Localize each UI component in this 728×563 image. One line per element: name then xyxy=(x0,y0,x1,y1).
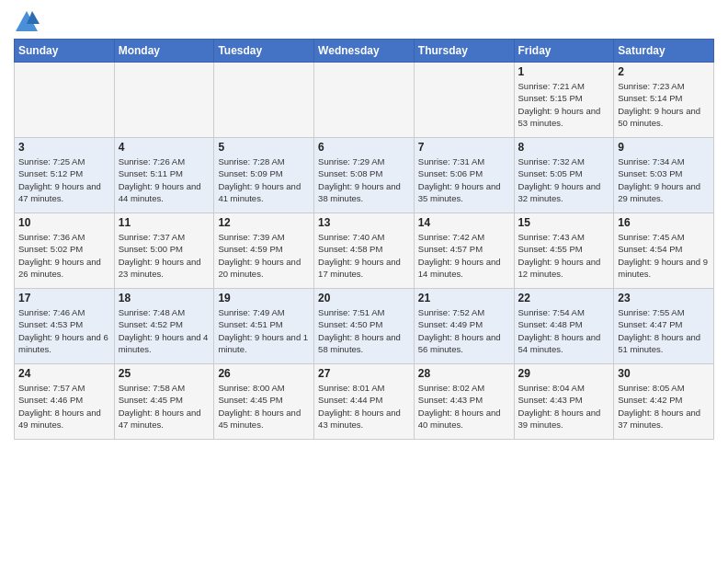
calendar-cell: 11Sunrise: 7:37 AM Sunset: 5:00 PM Dayli… xyxy=(114,213,214,289)
day-number: 4 xyxy=(119,141,210,154)
calendar-cell: 25Sunrise: 7:58 AM Sunset: 4:45 PM Dayli… xyxy=(114,364,214,440)
day-number: 17 xyxy=(18,292,110,304)
day-number: 3 xyxy=(18,141,110,154)
calendar-cell: 19Sunrise: 7:49 AM Sunset: 4:51 PM Dayli… xyxy=(214,289,314,364)
calendar-cell: 17Sunrise: 7:46 AM Sunset: 4:53 PM Dayli… xyxy=(15,289,115,364)
calendar-cell xyxy=(114,63,214,138)
day-number: 27 xyxy=(318,367,410,380)
day-info: Sunrise: 7:45 AM Sunset: 4:54 PM Dayligh… xyxy=(618,231,710,280)
weekday-header-tuesday: Tuesday xyxy=(214,40,314,63)
day-number: 24 xyxy=(18,367,110,380)
day-info: Sunrise: 7:57 AM Sunset: 4:46 PM Dayligh… xyxy=(18,382,110,431)
calendar-cell xyxy=(314,63,415,138)
calendar-cell: 4Sunrise: 7:26 AM Sunset: 5:11 PM Daylig… xyxy=(114,138,214,213)
day-number: 28 xyxy=(418,367,510,380)
day-info: Sunrise: 7:37 AM Sunset: 5:00 PM Dayligh… xyxy=(119,231,210,280)
calendar-cell xyxy=(15,63,115,138)
weekday-header-sunday: Sunday xyxy=(15,40,115,63)
day-number: 25 xyxy=(119,367,210,380)
calendar-cell: 22Sunrise: 7:54 AM Sunset: 4:48 PM Dayli… xyxy=(514,289,614,364)
calendar-cell xyxy=(414,63,514,138)
weekday-header-saturday: Saturday xyxy=(614,40,714,63)
day-info: Sunrise: 7:34 AM Sunset: 5:03 PM Dayligh… xyxy=(618,155,710,204)
calendar-cell: 7Sunrise: 7:31 AM Sunset: 5:06 PM Daylig… xyxy=(414,138,514,213)
calendar-cell: 26Sunrise: 8:00 AM Sunset: 4:45 PM Dayli… xyxy=(214,364,314,440)
day-number: 10 xyxy=(18,216,110,229)
day-number: 19 xyxy=(218,292,310,304)
day-number: 11 xyxy=(119,216,210,229)
day-info: Sunrise: 7:28 AM Sunset: 5:09 PM Dayligh… xyxy=(218,155,310,204)
day-number: 12 xyxy=(218,216,310,229)
calendar-cell: 30Sunrise: 8:05 AM Sunset: 4:42 PM Dayli… xyxy=(614,364,714,440)
calendar-cell: 18Sunrise: 7:48 AM Sunset: 4:52 PM Dayli… xyxy=(114,289,214,364)
day-number: 9 xyxy=(618,141,710,154)
day-number: 8 xyxy=(518,141,610,154)
day-info: Sunrise: 8:04 AM Sunset: 4:43 PM Dayligh… xyxy=(518,382,610,431)
day-info: Sunrise: 7:31 AM Sunset: 5:06 PM Dayligh… xyxy=(418,155,510,204)
calendar-cell: 27Sunrise: 8:01 AM Sunset: 4:44 PM Dayli… xyxy=(314,364,415,440)
calendar-cell: 3Sunrise: 7:25 AM Sunset: 5:12 PM Daylig… xyxy=(15,138,115,213)
calendar-cell: 9Sunrise: 7:34 AM Sunset: 5:03 PM Daylig… xyxy=(614,138,714,213)
day-info: Sunrise: 7:43 AM Sunset: 4:55 PM Dayligh… xyxy=(518,231,610,280)
day-number: 29 xyxy=(518,367,610,380)
day-number: 1 xyxy=(518,65,610,78)
day-info: Sunrise: 7:29 AM Sunset: 5:08 PM Dayligh… xyxy=(318,155,410,204)
day-number: 7 xyxy=(418,141,510,154)
calendar-cell xyxy=(214,63,314,138)
calendar-cell: 6Sunrise: 7:29 AM Sunset: 5:08 PM Daylig… xyxy=(314,138,415,213)
day-number: 30 xyxy=(618,367,710,380)
calendar-cell: 16Sunrise: 7:45 AM Sunset: 4:54 PM Dayli… xyxy=(614,213,714,289)
day-info: Sunrise: 7:52 AM Sunset: 4:49 PM Dayligh… xyxy=(418,306,510,355)
day-info: Sunrise: 7:23 AM Sunset: 5:14 PM Dayligh… xyxy=(618,80,710,129)
day-number: 23 xyxy=(618,292,710,304)
day-info: Sunrise: 7:46 AM Sunset: 4:53 PM Dayligh… xyxy=(18,306,110,355)
day-number: 6 xyxy=(318,141,410,154)
day-number: 14 xyxy=(418,216,510,229)
weekday-header-friday: Friday xyxy=(514,40,614,63)
calendar-cell: 12Sunrise: 7:39 AM Sunset: 4:59 PM Dayli… xyxy=(214,213,314,289)
day-info: Sunrise: 7:40 AM Sunset: 4:58 PM Dayligh… xyxy=(318,231,410,280)
day-number: 18 xyxy=(119,292,210,304)
day-number: 26 xyxy=(218,367,310,380)
calendar-table: SundayMondayTuesdayWednesdayThursdayFrid… xyxy=(14,39,714,440)
calendar-cell: 10Sunrise: 7:36 AM Sunset: 5:02 PM Dayli… xyxy=(15,213,115,289)
day-number: 20 xyxy=(318,292,410,304)
day-info: Sunrise: 8:01 AM Sunset: 4:44 PM Dayligh… xyxy=(318,382,410,431)
day-number: 22 xyxy=(518,292,610,304)
weekday-header-thursday: Thursday xyxy=(414,40,514,63)
day-number: 21 xyxy=(418,292,510,304)
calendar-cell: 13Sunrise: 7:40 AM Sunset: 4:58 PM Dayli… xyxy=(314,213,415,289)
day-number: 2 xyxy=(618,65,710,78)
calendar-cell: 1Sunrise: 7:21 AM Sunset: 5:15 PM Daylig… xyxy=(514,63,614,138)
calendar-cell: 8Sunrise: 7:32 AM Sunset: 5:05 PM Daylig… xyxy=(514,138,614,213)
logo xyxy=(14,9,43,35)
weekday-header-monday: Monday xyxy=(114,40,214,63)
day-info: Sunrise: 7:32 AM Sunset: 5:05 PM Dayligh… xyxy=(518,155,610,204)
day-number: 5 xyxy=(218,141,310,154)
logo-icon xyxy=(14,9,40,35)
calendar-cell: 2Sunrise: 7:23 AM Sunset: 5:14 PM Daylig… xyxy=(614,63,714,138)
day-info: Sunrise: 7:39 AM Sunset: 4:59 PM Dayligh… xyxy=(218,231,310,280)
calendar-cell: 21Sunrise: 7:52 AM Sunset: 4:49 PM Dayli… xyxy=(414,289,514,364)
day-info: Sunrise: 7:58 AM Sunset: 4:45 PM Dayligh… xyxy=(119,382,210,431)
calendar-cell: 5Sunrise: 7:28 AM Sunset: 5:09 PM Daylig… xyxy=(214,138,314,213)
weekday-header-wednesday: Wednesday xyxy=(314,40,415,63)
day-info: Sunrise: 7:36 AM Sunset: 5:02 PM Dayligh… xyxy=(18,231,110,280)
day-info: Sunrise: 7:55 AM Sunset: 4:47 PM Dayligh… xyxy=(618,306,710,355)
day-info: Sunrise: 7:21 AM Sunset: 5:15 PM Dayligh… xyxy=(518,80,610,129)
calendar-cell: 15Sunrise: 7:43 AM Sunset: 4:55 PM Dayli… xyxy=(514,213,614,289)
calendar-cell: 29Sunrise: 8:04 AM Sunset: 4:43 PM Dayli… xyxy=(514,364,614,440)
day-info: Sunrise: 7:26 AM Sunset: 5:11 PM Dayligh… xyxy=(119,155,210,204)
calendar-cell: 14Sunrise: 7:42 AM Sunset: 4:57 PM Dayli… xyxy=(414,213,514,289)
day-info: Sunrise: 7:25 AM Sunset: 5:12 PM Dayligh… xyxy=(18,155,110,204)
calendar-cell: 23Sunrise: 7:55 AM Sunset: 4:47 PM Dayli… xyxy=(614,289,714,364)
calendar-cell: 20Sunrise: 7:51 AM Sunset: 4:50 PM Dayli… xyxy=(314,289,415,364)
day-number: 16 xyxy=(618,216,710,229)
day-info: Sunrise: 8:00 AM Sunset: 4:45 PM Dayligh… xyxy=(218,382,310,431)
day-info: Sunrise: 7:54 AM Sunset: 4:48 PM Dayligh… xyxy=(518,306,610,355)
day-info: Sunrise: 7:51 AM Sunset: 4:50 PM Dayligh… xyxy=(318,306,410,355)
day-number: 13 xyxy=(318,216,410,229)
day-info: Sunrise: 7:49 AM Sunset: 4:51 PM Dayligh… xyxy=(218,306,310,355)
calendar-cell: 28Sunrise: 8:02 AM Sunset: 4:43 PM Dayli… xyxy=(414,364,514,440)
day-info: Sunrise: 8:02 AM Sunset: 4:43 PM Dayligh… xyxy=(418,382,510,431)
